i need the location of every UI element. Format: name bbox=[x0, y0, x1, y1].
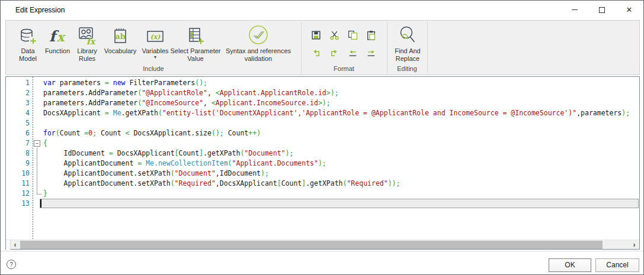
code-text: ApplicantDocument.setXPath("Document",Id… bbox=[43, 169, 269, 179]
fold-guide-line bbox=[37, 147, 37, 194]
copy-icon bbox=[348, 30, 358, 40]
variables-button[interactable]: (x) Variables ▼ bbox=[137, 24, 173, 59]
line-number: 10 bbox=[6, 169, 30, 179]
code-text: { bbox=[43, 138, 47, 148]
code-line-12[interactable]: 12} bbox=[6, 189, 639, 199]
library-rules-button[interactable]: fx Library Rules bbox=[72, 24, 102, 63]
function-button[interactable]: f x Function bbox=[43, 24, 72, 55]
horizontal-scrollbar[interactable]: ‹ › bbox=[6, 240, 639, 249]
help-button[interactable]: ? bbox=[7, 260, 16, 269]
data-model-button[interactable]: Data Model bbox=[14, 24, 41, 63]
paste-button[interactable] bbox=[364, 28, 377, 41]
dialog-title: Edit Expression bbox=[15, 6, 65, 14]
cut-button[interactable] bbox=[328, 28, 341, 41]
button-label: Data Model bbox=[14, 47, 41, 63]
maximize-button[interactable] bbox=[588, 1, 616, 19]
select-parameter-value-icon bbox=[186, 24, 205, 46]
code-line-11[interactable]: 11 ApplicantDocument.setXPath("Required"… bbox=[6, 179, 639, 189]
fold-collapse-button[interactable]: − bbox=[34, 140, 40, 147]
select-parameter-value-button[interactable]: Select Parameter Value bbox=[169, 24, 222, 63]
line-number: 12 bbox=[6, 189, 30, 199]
syntax-validation-button[interactable]: Syntax and references validation bbox=[218, 24, 299, 63]
code-lines: 1var parameters = new FilterParameters()… bbox=[6, 78, 639, 209]
code-line-8[interactable]: 8 IdDocument = DocsXApplicant[Count].get… bbox=[6, 148, 639, 158]
line-number: 13 bbox=[6, 199, 30, 209]
close-button[interactable]: ✕ bbox=[616, 1, 643, 19]
scrollbar-corner bbox=[6, 240, 11, 250]
maximize-icon bbox=[599, 7, 605, 13]
include-group-label: Include bbox=[6, 65, 301, 72]
line-number: 2 bbox=[6, 88, 30, 98]
code-line-10[interactable]: 10 ApplicantDocument.setXPath("Document"… bbox=[6, 169, 639, 179]
indent-icon bbox=[366, 48, 376, 59]
code-line-3[interactable]: 3parameters.AddParameter("@IncomeSource"… bbox=[6, 98, 639, 108]
chevron-down-icon: ▼ bbox=[153, 56, 158, 59]
code-line-6[interactable]: 6for(Count =0; Count < DocsXApplicant.si… bbox=[6, 128, 639, 138]
cancel-button[interactable]: Cancel bbox=[595, 258, 639, 272]
button-label: Find And Replace bbox=[388, 47, 427, 63]
code-text: IdDocument = DocsXApplicant[Count].getXP… bbox=[43, 148, 293, 158]
library-rules-icon: fx bbox=[78, 24, 97, 46]
svg-text:ab: ab bbox=[115, 32, 126, 41]
line-number: 3 bbox=[6, 98, 30, 108]
cut-icon bbox=[329, 30, 339, 40]
ok-button[interactable]: OK bbox=[549, 258, 591, 272]
code-line-4[interactable]: 4DocsXApplicant = Me.getXPath("entity-li… bbox=[6, 108, 639, 118]
code-line-9[interactable]: 9 ApplicantDocument = Me.newCollectionIt… bbox=[6, 158, 639, 169]
undo-button[interactable] bbox=[309, 47, 322, 60]
code-text: ApplicantDocument = Me.newCollectionItem… bbox=[43, 158, 326, 169]
expression-editor[interactable]: 1var parameters = new FilterParameters()… bbox=[5, 76, 640, 250]
button-label: Select Parameter Value bbox=[169, 47, 222, 63]
code-text: for(Count =0; Count < DocsXApplicant.siz… bbox=[43, 128, 261, 138]
save-button[interactable] bbox=[309, 28, 322, 41]
minimize-button[interactable] bbox=[561, 1, 588, 19]
code-line-5[interactable]: 5 bbox=[6, 118, 639, 128]
find-replace-button[interactable]: Find And Replace bbox=[388, 24, 427, 63]
outdent-button[interactable] bbox=[346, 47, 359, 60]
data-model-icon bbox=[18, 24, 37, 46]
vocabulary-button[interactable]: ab Vocabulary bbox=[101, 24, 140, 55]
code-text: var parameters = new FilterParameters(); bbox=[43, 78, 207, 88]
line-number: 11 bbox=[6, 179, 30, 189]
save-icon bbox=[311, 30, 321, 40]
ribbon-toolbar: Data Model f x Function fx bbox=[5, 20, 640, 75]
line-number: 1 bbox=[6, 78, 30, 88]
undo-icon bbox=[311, 48, 321, 59]
line-number: 4 bbox=[6, 108, 30, 118]
minimize-icon bbox=[572, 9, 578, 10]
copy-button[interactable] bbox=[346, 28, 359, 41]
code-line-13[interactable]: 13 bbox=[6, 199, 639, 209]
function-icon: f x bbox=[47, 24, 68, 46]
code-text: parameters.AddParameter("@IncomeSource",… bbox=[43, 98, 331, 108]
line-number: 8 bbox=[6, 148, 30, 158]
line-number: 9 bbox=[6, 158, 30, 169]
redo-button[interactable] bbox=[328, 47, 341, 60]
button-label: Library Rules bbox=[72, 47, 102, 63]
svg-text:(x): (x) bbox=[150, 33, 161, 41]
line-number: 5 bbox=[6, 118, 30, 128]
editing-group-label: Editing bbox=[387, 65, 427, 72]
code-line-2[interactable]: 2parameters.AddParameter("@ApplicantRole… bbox=[6, 88, 639, 98]
button-label: Variables bbox=[142, 47, 168, 55]
code-line-7[interactable]: 7{− bbox=[6, 138, 639, 148]
indent-button[interactable] bbox=[364, 47, 377, 60]
scroll-right-arrow[interactable]: › bbox=[630, 240, 639, 250]
line-number: 7 bbox=[6, 138, 30, 148]
button-label: Function bbox=[45, 47, 70, 55]
button-label: Syntax and references validation bbox=[218, 47, 299, 63]
code-line-1[interactable]: 1var parameters = new FilterParameters()… bbox=[6, 78, 639, 88]
format-group-label: Format bbox=[301, 65, 387, 72]
scroll-left-arrow[interactable]: ‹ bbox=[11, 240, 20, 250]
edit-expression-dialog: Edit Expression ✕ Data Model bbox=[0, 0, 644, 275]
fold-guide-end bbox=[37, 194, 41, 195]
variables-icon: (x) bbox=[145, 24, 165, 46]
footer-separator bbox=[1, 251, 643, 251]
button-label: Vocabulary bbox=[104, 47, 136, 55]
code-text: } bbox=[43, 189, 47, 199]
scrollbar-thumb[interactable] bbox=[20, 241, 603, 249]
line-number: 6 bbox=[6, 128, 30, 138]
svg-text:x: x bbox=[57, 30, 66, 44]
redo-icon bbox=[329, 48, 339, 59]
paste-icon bbox=[366, 30, 376, 40]
title-bar[interactable]: Edit Expression ✕ bbox=[1, 1, 643, 20]
